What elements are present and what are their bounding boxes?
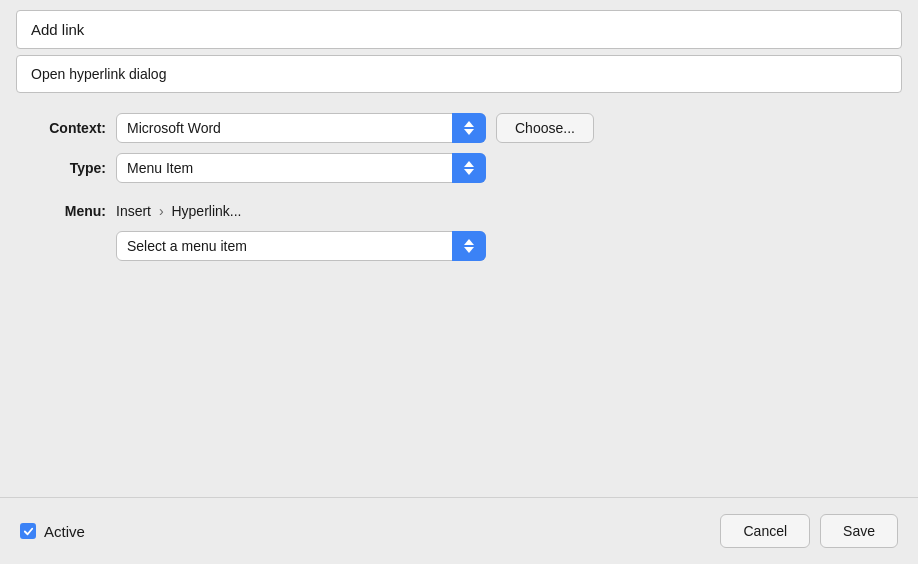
- type-row: Type: Menu Item: [36, 153, 882, 183]
- footer: Active Cancel Save: [0, 497, 918, 564]
- save-button[interactable]: Save: [820, 514, 898, 548]
- title-text: Add link: [31, 21, 84, 38]
- menu-path-part2: Hyperlink...: [171, 203, 241, 219]
- menu-path-separator: ›: [159, 203, 164, 219]
- menu-select[interactable]: Select a menu item: [116, 231, 486, 261]
- menu-path-part1: Insert: [116, 203, 151, 219]
- main-content: Open hyperlink dialog Context: Microsoft…: [0, 55, 918, 497]
- active-checkbox[interactable]: [20, 523, 36, 539]
- cancel-button[interactable]: Cancel: [720, 514, 810, 548]
- menu-section: Menu: Insert › Hyperlink... Select a men…: [16, 199, 902, 261]
- type-select[interactable]: Menu Item: [116, 153, 486, 183]
- menu-label: Menu:: [36, 199, 106, 219]
- type-label: Type:: [36, 160, 106, 176]
- subtitle-text: Open hyperlink dialog: [31, 66, 166, 82]
- context-label: Context:: [36, 120, 106, 136]
- checkmark-icon: [23, 526, 34, 537]
- subtitle-field: Open hyperlink dialog: [16, 55, 902, 93]
- active-label: Active: [44, 523, 85, 540]
- context-select[interactable]: Microsoft Word: [116, 113, 486, 143]
- context-select-wrapper: Microsoft Word: [116, 113, 486, 143]
- menu-select-wrapper: Select a menu item: [116, 231, 486, 261]
- form-section: Context: Microsoft Word Choose... Type: …: [16, 113, 902, 183]
- active-section: Active: [20, 523, 85, 540]
- menu-row: Menu: Insert › Hyperlink... Select a men…: [36, 199, 882, 261]
- title-field: Add link: [16, 10, 902, 49]
- footer-buttons: Cancel Save: [720, 514, 898, 548]
- menu-path: Insert › Hyperlink...: [116, 199, 486, 223]
- type-select-wrapper: Menu Item: [116, 153, 486, 183]
- context-row: Context: Microsoft Word Choose...: [36, 113, 882, 143]
- choose-button[interactable]: Choose...: [496, 113, 594, 143]
- menu-content: Insert › Hyperlink... Select a menu item: [116, 199, 486, 261]
